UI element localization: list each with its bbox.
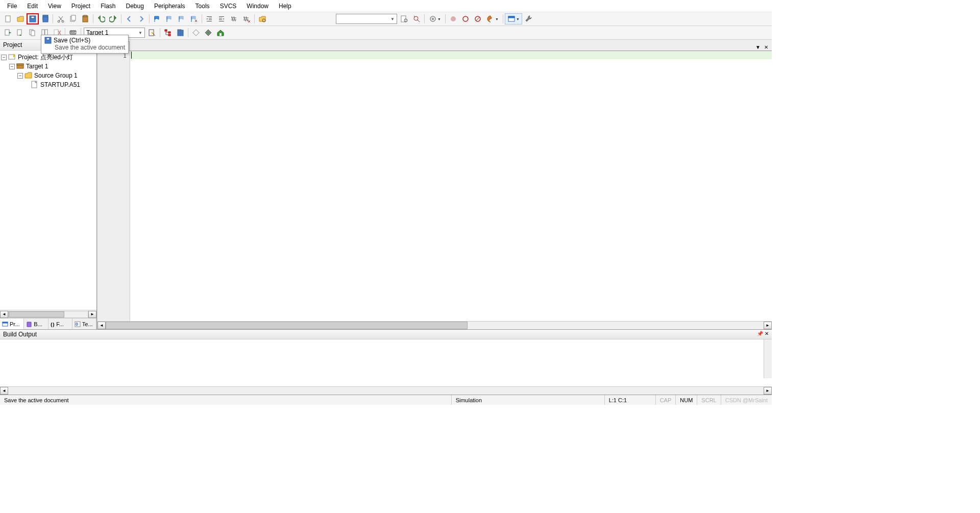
undo-button[interactable] [95, 13, 107, 25]
menu-debug[interactable]: Debug [121, 1, 149, 11]
panel-tab-books[interactable]: B... [24, 319, 48, 329]
scroll-right-button[interactable]: ► [88, 311, 96, 318]
svg-rect-8 [71, 15, 76, 20]
svg-rect-23 [219, 19, 222, 20]
window-button[interactable]: ▼ [505, 13, 522, 25]
find-in-files-button[interactable] [256, 13, 268, 25]
copy-button[interactable] [67, 13, 79, 25]
nav-forward-button[interactable] [135, 13, 148, 25]
panel-tab-functions[interactable]: {}F... [48, 319, 72, 329]
new-file-button[interactable] [2, 13, 14, 25]
scroll-track[interactable] [106, 322, 764, 329]
tree-group[interactable]: − Source Group 1 [1, 71, 95, 80]
file-icon [31, 81, 39, 88]
bookmark-clear-button[interactable] [188, 13, 200, 25]
find-combo[interactable]: ▼ [336, 14, 397, 24]
indent-button[interactable] [204, 13, 216, 25]
svg-point-35 [451, 16, 456, 21]
manage-components-button[interactable] [190, 27, 202, 38]
build-vscroll[interactable] [764, 339, 772, 378]
code-area[interactable] [130, 51, 772, 321]
chevron-down-icon: ▼ [495, 17, 499, 21]
menu-view[interactable]: View [43, 1, 66, 11]
pack-installer-button[interactable] [214, 27, 227, 38]
line-gutter: 1 [97, 51, 130, 321]
tab-close-button[interactable]: ✕ [763, 43, 770, 51]
scroll-right-button[interactable]: ► [764, 322, 772, 329]
work-area: Project − Project: 点亮led小灯 − Target 1 − … [0, 40, 772, 329]
bookmark-toggle-button[interactable] [151, 13, 163, 25]
cut-button[interactable] [55, 13, 67, 25]
collapse-icon[interactable]: − [9, 64, 15, 69]
menu-window[interactable]: Window [241, 1, 274, 11]
menu-project[interactable]: Project [66, 1, 95, 11]
scroll-thumb[interactable] [106, 322, 468, 329]
menu-file[interactable]: File [2, 1, 22, 11]
save-button[interactable] [27, 13, 39, 25]
target-options-button[interactable] [146, 27, 158, 38]
file-extensions-button[interactable] [162, 27, 174, 38]
bookmark-next-button[interactable] [176, 13, 188, 25]
panel-tab-project[interactable]: Pr... [0, 319, 24, 329]
save-all-button[interactable] [39, 13, 51, 25]
chevron-down-icon: ▼ [437, 17, 441, 21]
scroll-track[interactable] [8, 311, 88, 318]
uncomment-button[interactable] [240, 13, 253, 25]
find-button[interactable] [398, 13, 410, 25]
open-file-button[interactable] [14, 13, 27, 25]
project-hscroll[interactable]: ◄ ► [0, 310, 96, 318]
chevron-down-icon: ▼ [390, 17, 395, 21]
tree-file[interactable]: STARTUP.A51 [1, 80, 95, 89]
redo-button[interactable] [107, 13, 119, 25]
editor-hscroll[interactable]: ◄ ► [97, 321, 772, 329]
tree-target[interactable]: − Target 1 [1, 62, 95, 71]
build-output-body[interactable] [0, 339, 772, 386]
chevron-down-icon: ▼ [516, 17, 520, 21]
build-hscroll[interactable]: ◄ ► [0, 386, 772, 395]
debug-button[interactable]: ▼ [426, 13, 444, 25]
save-icon [44, 37, 52, 44]
menu-edit[interactable]: Edit [22, 1, 43, 11]
menu-svcs[interactable]: SVCS [215, 1, 242, 11]
breakpoint-disable-button[interactable] [472, 13, 484, 25]
project-panel-tabs: Pr... B... {}F... 0Te... [0, 318, 96, 329]
scroll-left-button[interactable]: ◄ [97, 322, 106, 329]
menu-flash[interactable]: Flash [95, 1, 120, 11]
svg-rect-4 [43, 17, 48, 22]
comment-button[interactable] [228, 13, 240, 25]
rebuild-button[interactable] [27, 27, 39, 38]
manage-books-button[interactable] [174, 27, 186, 38]
separator [149, 14, 150, 23]
svg-rect-22 [219, 18, 222, 18]
menu-peripherals[interactable]: Peripherals [149, 1, 190, 11]
scroll-track[interactable] [8, 387, 764, 395]
nav-back-button[interactable] [123, 13, 135, 25]
scroll-right-button[interactable]: ► [764, 387, 772, 395]
collapse-icon[interactable]: − [1, 55, 7, 60]
tooltip-desc: Save the active document [44, 44, 125, 51]
collapse-icon[interactable]: − [17, 73, 23, 79]
translate-button[interactable] [2, 27, 14, 38]
menu-tools[interactable]: Tools [190, 1, 215, 11]
scroll-left-button[interactable]: ◄ [0, 387, 8, 395]
tab-menu-button[interactable]: ▼ [754, 43, 762, 51]
menu-help[interactable]: Help [274, 1, 297, 11]
scroll-left-button[interactable]: ◄ [0, 311, 8, 318]
build-target-button[interactable] [14, 27, 27, 38]
target-icon [16, 63, 24, 70]
select-packs-button[interactable] [202, 27, 214, 38]
svg-text:0: 0 [76, 322, 78, 327]
configure-button[interactable] [522, 13, 534, 25]
panel-tab-templates[interactable]: 0Te... [72, 319, 96, 329]
pin-button[interactable]: 📌 [757, 331, 763, 338]
project-tree[interactable]: − Project: 点亮led小灯 − Target 1 − Source G… [0, 51, 96, 310]
breakpoint-enable-button[interactable] [459, 13, 472, 25]
paste-button[interactable] [79, 13, 91, 25]
tree-root[interactable]: − Project: 点亮led小灯 [1, 53, 95, 62]
breakpoint-insert-button[interactable] [447, 13, 459, 25]
breakpoint-kill-button[interactable]: ▼ [484, 13, 501, 25]
incremental-find-button[interactable] [410, 13, 423, 25]
outdent-button[interactable] [216, 13, 228, 25]
close-button[interactable]: ✕ [765, 331, 769, 338]
bookmark-prev-button[interactable] [163, 13, 176, 25]
